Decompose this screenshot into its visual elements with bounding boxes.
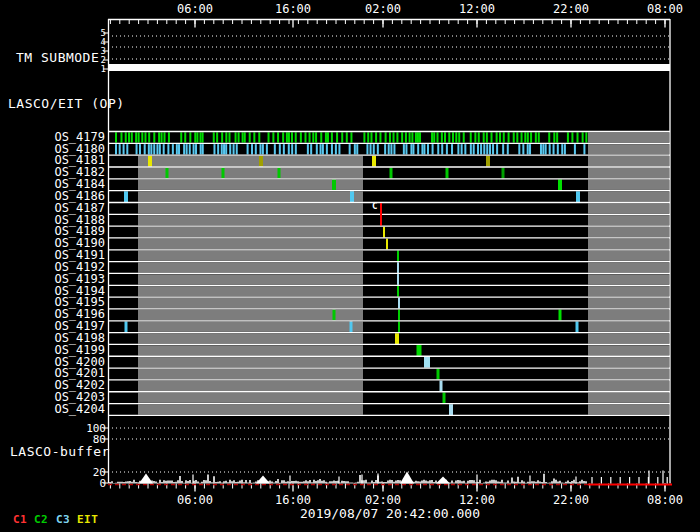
exposure-tick (268, 132, 270, 142)
exposure-tick (473, 144, 475, 154)
gray-coverage-band (138, 262, 363, 272)
exposure-tick (483, 132, 485, 142)
os-activity-bar (440, 381, 443, 392)
gray-coverage-band (138, 251, 363, 261)
row-OS_4188 (138, 215, 669, 226)
os-activity-bar (222, 168, 225, 179)
exposure-tick (200, 132, 202, 142)
exposure-tick (156, 144, 158, 154)
os-activity-bar (397, 286, 399, 297)
exposure-tick (412, 144, 414, 154)
exposure-tick (423, 144, 425, 154)
exposure-tick (542, 144, 544, 154)
gray-coverage-band (138, 156, 363, 166)
exposure-tick (236, 144, 238, 154)
exposure-tick (492, 144, 494, 154)
exposure-tick (370, 132, 372, 142)
exposure-tick (189, 132, 191, 142)
exposure-tick (480, 144, 482, 154)
exposure-tick (288, 144, 290, 154)
exposure-tick (168, 132, 170, 142)
exposure-tick (535, 132, 537, 142)
exposure-tick (403, 144, 405, 154)
exposure-tick (379, 132, 381, 142)
exposure-tick (530, 132, 532, 142)
exposure-tick (433, 132, 435, 142)
exposure-tick (522, 144, 524, 154)
row-OS_4180 (115, 144, 669, 154)
exposure-tick (363, 132, 365, 142)
exposure-tick (159, 144, 161, 154)
exposure-tick (405, 144, 407, 154)
exposure-tick (295, 144, 297, 154)
exposure-tick (255, 144, 257, 154)
exposure-tick (200, 144, 202, 154)
exposure-tick (283, 144, 285, 154)
exposure-tick (304, 132, 306, 142)
os-activity-bar (383, 227, 385, 238)
exposure-tick (437, 144, 439, 154)
exposure-tick (375, 132, 377, 142)
os-activity-bar (397, 250, 399, 261)
exposure-tick (499, 132, 501, 142)
os-activity-bar (502, 168, 505, 179)
row-OS_4181 (138, 156, 669, 167)
exposure-tick (195, 144, 197, 154)
exposure-tick (389, 132, 391, 142)
os-activity-bar (386, 239, 388, 250)
exposure-tick (448, 132, 450, 142)
exposure-tick (470, 144, 472, 154)
exposure-tick (427, 144, 429, 154)
top-axis-label: 08:00 (643, 2, 687, 16)
exposure-tick (148, 132, 150, 142)
exposure-tick (529, 144, 531, 154)
exposure-tick (194, 132, 196, 142)
exposure-tick (259, 144, 261, 154)
exposure-tick (540, 144, 542, 154)
exposure-tick (574, 144, 576, 154)
gray-coverage-band (138, 286, 363, 296)
os-activity-bar (397, 262, 399, 273)
exposure-tick (251, 144, 253, 154)
exposure-tick (320, 132, 322, 142)
exposure-tick (437, 132, 439, 142)
gray-coverage-band (588, 251, 669, 261)
exposure-tick (557, 144, 559, 154)
exposure-tick (217, 144, 219, 154)
gray-coverage-band (588, 262, 669, 272)
exposure-tick (131, 132, 133, 142)
exposure-tick (373, 144, 375, 154)
exposure-tick (483, 144, 485, 154)
exposure-tick (451, 144, 453, 154)
bottom-axis-label: 06:00 (173, 493, 217, 507)
row-OS_4189 (138, 227, 669, 238)
exposure-tick (421, 144, 423, 154)
gray-coverage-band (588, 156, 669, 166)
gray-coverage-band (588, 357, 669, 367)
exposure-tick (518, 144, 520, 154)
exposure-tick (221, 144, 223, 154)
exposure-tick (583, 144, 585, 154)
exposure-tick (138, 132, 140, 142)
gray-coverage-band (138, 180, 363, 190)
exposure-tick (262, 144, 264, 154)
exposure-tick (126, 144, 128, 154)
os-activity-bar (125, 321, 128, 332)
exposure-tick (164, 132, 166, 142)
exposure-tick (582, 132, 584, 142)
legend-eit: EIT (77, 513, 98, 526)
exposure-tick (431, 132, 433, 142)
exposure-tick (300, 132, 302, 142)
exposure-tick (216, 132, 218, 142)
legend-c1: C1 (13, 513, 27, 526)
os-activity-bar (397, 274, 399, 285)
exposure-tick (354, 144, 356, 154)
gray-coverage-band (588, 132, 669, 142)
os-activity-bar (449, 404, 453, 415)
row-OS_4204 (138, 404, 669, 415)
exposure-tick (503, 132, 505, 142)
exposure-tick (202, 132, 204, 142)
exposure-tick (335, 144, 337, 154)
gray-coverage-band (138, 393, 363, 403)
gray-coverage-band (588, 274, 669, 284)
